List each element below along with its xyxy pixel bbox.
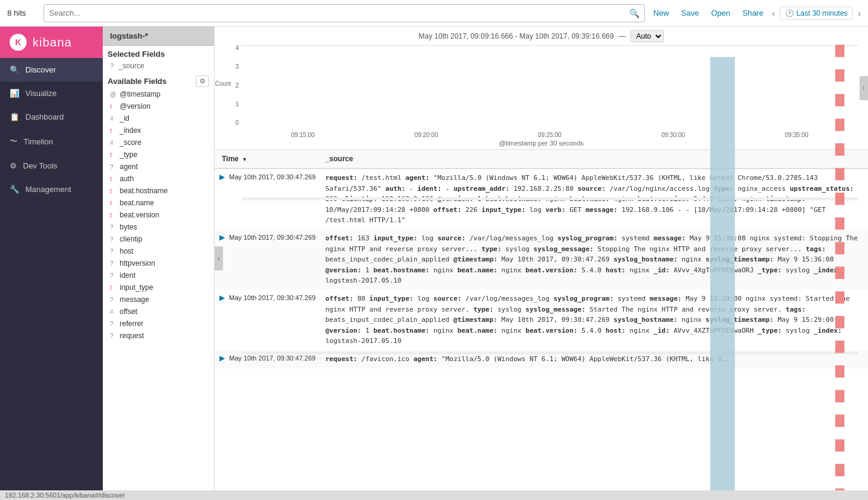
devtools-label: Dev Tools	[23, 161, 57, 170]
sidebar-item-management[interactable]: 🔧 Management	[0, 178, 103, 201]
field-type-icon: #	[110, 139, 116, 146]
field-type-icon: t	[110, 103, 116, 110]
field-item-beat-name[interactable]: t beat.name	[103, 197, 214, 209]
timelion-icon: 〜	[10, 136, 18, 147]
sidebar-item-visualize[interactable]: 📊 Visualize	[0, 82, 103, 105]
kibana-label: kibana	[33, 36, 72, 50]
back-button[interactable]: ‹	[772, 8, 775, 18]
discover-label: Discover	[25, 65, 56, 74]
dashboard-label: Dashboard	[25, 112, 64, 121]
sidebar-item-discover[interactable]: 🔍 Discover	[0, 58, 103, 82]
sidebar-item-dashboard[interactable]: 📋 Dashboard	[0, 105, 103, 129]
logo-area: K kibana	[0, 27, 103, 58]
search-button[interactable]: 🔍	[629, 8, 640, 18]
clock-icon: 🕐	[785, 9, 794, 18]
field-type-icon: ?	[110, 321, 116, 327]
field-type-icon: t	[110, 188, 116, 194]
field-item-id[interactable]: # _id	[103, 112, 214, 124]
field-type-icon: t	[110, 176, 116, 182]
field-type-icon: t	[110, 127, 116, 134]
time-range-button[interactable]: 🕐 Last 30 minutes	[780, 7, 853, 20]
source-field-name: _source	[118, 62, 144, 70]
field-type-icon: ?	[110, 164, 116, 170]
index-pattern-header: logstash-*	[103, 27, 214, 46]
field-name: ident	[120, 271, 135, 280]
field-item-type[interactable]: t _type	[103, 149, 214, 161]
new-button[interactable]: New	[650, 6, 673, 20]
field-item-version[interactable]: t @version	[103, 100, 214, 112]
field-item-httpversion[interactable]: ? httpversion	[103, 257, 214, 269]
chart-label-y: Count	[215, 80, 232, 87]
available-fields-title: Available Fields	[108, 77, 167, 86]
expand-chart-button[interactable]: ›	[860, 76, 868, 100]
field-item-message[interactable]: ? message	[103, 293, 214, 306]
field-item-ident[interactable]: ? ident	[103, 269, 214, 281]
management-label: Management	[25, 185, 71, 194]
field-name: referrer	[120, 319, 143, 328]
discover-icon: 🔍	[10, 65, 19, 74]
field-name: request	[120, 332, 144, 340]
expand-row-button[interactable]: ▶	[217, 233, 227, 242]
sidebar-item-timelion[interactable]: 〜 Timelion	[0, 129, 103, 154]
index-pattern-label: logstash-*	[110, 31, 148, 40]
field-name: input_type	[120, 283, 153, 292]
visualize-label: Visualize	[25, 89, 57, 98]
field-item-offset[interactable]: # offset	[103, 306, 214, 318]
field-type-icon: #	[110, 309, 116, 315]
forward-button[interactable]: ›	[858, 8, 861, 18]
field-name: @version	[120, 102, 151, 111]
field-name: beat.hostname	[120, 187, 167, 195]
expand-row-button[interactable]: ▶	[217, 173, 227, 181]
save-button[interactable]: Save	[678, 6, 703, 20]
source-field-item[interactable]: ? _source	[103, 60, 214, 72]
search-input[interactable]	[49, 8, 629, 18]
field-item-agent[interactable]: ? agent	[103, 161, 214, 173]
field-item-request[interactable]: ? request	[103, 330, 214, 342]
sidebar-item-devtools[interactable]: ⚙ Dev Tools	[0, 154, 103, 178]
auto-select[interactable]: Auto	[630, 30, 664, 42]
visualize-icon: 📊	[10, 89, 19, 98]
hits-count: 8 hits	[7, 8, 39, 18]
field-item-auth[interactable]: t auth	[103, 173, 214, 185]
dashboard-icon: 📋	[10, 112, 19, 121]
field-item-host[interactable]: ? host	[103, 245, 214, 257]
collapse-panel-button[interactable]: ‹	[215, 246, 223, 271]
expand-row-button[interactable]: ▶	[217, 293, 227, 302]
chart-area: May 10th 2017, 09:09:16.666 - May 10th 2…	[215, 27, 868, 150]
field-type-icon: #	[110, 115, 116, 122]
open-button[interactable]: Open	[707, 6, 734, 20]
field-item-clientip[interactable]: ? clientip	[103, 233, 214, 245]
selected-fields-title: Selected Fields	[108, 50, 165, 59]
field-name: httpversion	[120, 259, 155, 268]
field-type-icon: t	[110, 152, 116, 158]
field-name: _type	[120, 150, 137, 159]
sidebar-nav: K kibana 🔍 Discover 📊 Visualize 📋 Dashbo…	[0, 27, 103, 490]
field-type-icon: ?	[110, 296, 116, 303]
timelion-label: Timelion	[24, 137, 53, 146]
field-name: beat.version	[120, 211, 159, 219]
field-type-icon: ?	[110, 272, 116, 279]
field-type-icon: t	[110, 212, 116, 219]
field-type-icon: t	[110, 200, 116, 207]
chart-svg	[241, 45, 858, 490]
field-type-icon: ?	[110, 236, 116, 243]
field-name: _index	[120, 126, 141, 135]
field-item-beat-hostname[interactable]: t beat.hostname	[103, 185, 214, 197]
field-item-referrer[interactable]: ? referrer	[103, 318, 214, 330]
field-name: host	[120, 247, 134, 255]
field-item-beat-version[interactable]: t beat.version	[103, 209, 214, 221]
field-item-score[interactable]: # _score	[103, 136, 214, 149]
time-range-label: Last 30 minutes	[797, 9, 848, 18]
field-type-icon: ?	[110, 224, 116, 231]
fields-gear-button[interactable]: ⚙	[196, 75, 209, 87]
dash-separator: —	[618, 32, 626, 40]
field-item-bytes[interactable]: ? bytes	[103, 221, 214, 233]
field-item-input-type[interactable]: t input_type	[103, 281, 214, 293]
svg-rect-5	[710, 57, 735, 490]
field-name: message	[120, 295, 149, 304]
field-item-index[interactable]: t _index	[103, 124, 214, 136]
share-button[interactable]: Share	[739, 6, 767, 20]
expand-row-button[interactable]: ▶	[217, 354, 227, 362]
field-item-timestamp[interactable]: @ @timestamp	[103, 88, 214, 100]
field-type-icon: ?	[110, 333, 116, 339]
